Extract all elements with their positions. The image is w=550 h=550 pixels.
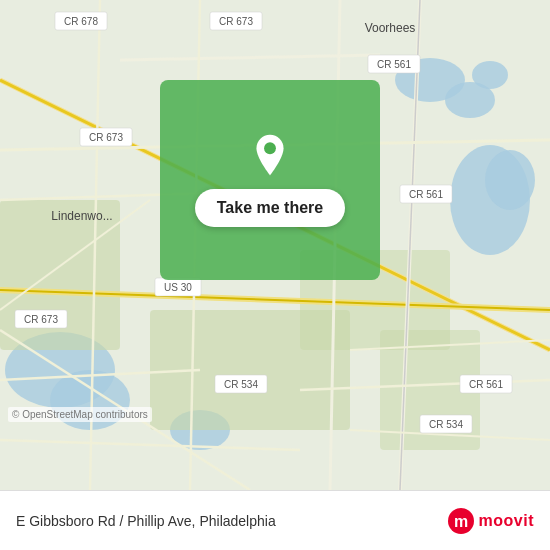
svg-text:CR 678: CR 678 [64,16,98,27]
moovit-logo-icon: m [447,507,475,535]
svg-text:CR 534: CR 534 [224,379,258,390]
svg-text:CR 561: CR 561 [469,379,503,390]
take-me-there-button[interactable]: Take me there [195,189,345,227]
svg-point-5 [485,150,535,210]
copyright-text: © OpenStreetMap contributors [8,407,152,422]
svg-text:US 30: US 30 [164,282,192,293]
popup-overlay: Take me there [160,80,380,280]
svg-text:CR 561: CR 561 [409,189,443,200]
svg-text:m: m [453,513,467,530]
svg-point-54 [264,142,276,154]
svg-text:CR 673: CR 673 [89,132,123,143]
svg-text:Voorhees: Voorhees [365,21,416,35]
svg-text:CR 561: CR 561 [377,59,411,70]
svg-text:CR 673: CR 673 [24,314,58,325]
svg-text:CR 673: CR 673 [219,16,253,27]
moovit-logo: m moovit [447,507,534,535]
moovit-brand-text: moovit [479,512,534,530]
svg-text:Lindenwo...: Lindenwo... [51,209,112,223]
map-container[interactable]: CR 678 CR 673 CR 673 CR 673 CR 561 CR 56… [0,0,550,490]
address-text: E Gibbsboro Rd / Phillip Ave, Philadelph… [16,513,276,529]
svg-text:CR 534: CR 534 [429,419,463,430]
location-pin-icon [248,133,292,177]
svg-point-3 [472,61,508,89]
bottom-bar: E Gibbsboro Rd / Phillip Ave, Philadelph… [0,490,550,550]
